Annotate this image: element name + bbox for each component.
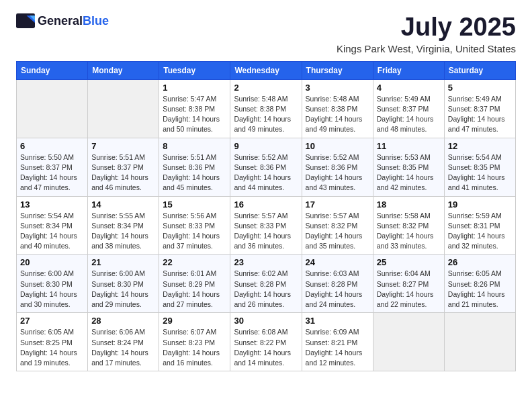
day-number: 25: [377, 257, 441, 267]
calendar-cell: 25Sunrise: 6:04 AM Sunset: 8:27 PM Dayli…: [373, 255, 444, 313]
calendar-cell: 28Sunrise: 6:06 AM Sunset: 8:24 PM Dayli…: [88, 313, 159, 371]
calendar-header-row: SundayMondayTuesdayWednesdayThursdayFrid…: [17, 61, 516, 79]
page-header: GeneralBlue July 2025 Kings Park West, V…: [16, 13, 516, 54]
calendar-cell: 11Sunrise: 5:53 AM Sunset: 8:35 PM Dayli…: [373, 138, 444, 196]
weekday-header-monday: Monday: [88, 61, 159, 79]
day-number: 11: [377, 141, 441, 151]
calendar-cell: 4Sunrise: 5:49 AM Sunset: 8:37 PM Daylig…: [373, 79, 444, 138]
calendar-cell: 18Sunrise: 5:58 AM Sunset: 8:32 PM Dayli…: [373, 196, 444, 255]
day-number: 15: [163, 199, 226, 210]
day-number: 22: [163, 257, 226, 267]
weekday-header-wednesday: Wednesday: [230, 61, 302, 79]
day-info: Sunrise: 5:52 AM Sunset: 8:36 PM Dayligh…: [306, 152, 369, 193]
day-info: Sunrise: 5:48 AM Sunset: 8:38 PM Dayligh…: [306, 94, 369, 135]
calendar-cell: 21Sunrise: 6:00 AM Sunset: 8:30 PM Dayli…: [88, 255, 159, 313]
calendar-cell: 26Sunrise: 6:05 AM Sunset: 8:26 PM Dayli…: [444, 255, 515, 313]
day-number: 4: [377, 83, 441, 93]
day-info: Sunrise: 6:04 AM Sunset: 8:27 PM Dayligh…: [377, 269, 441, 310]
calendar-cell: 23Sunrise: 6:02 AM Sunset: 8:28 PM Dayli…: [230, 255, 302, 313]
day-number: 23: [234, 257, 298, 267]
day-info: Sunrise: 6:00 AM Sunset: 8:30 PM Dayligh…: [20, 269, 84, 310]
day-number: 2: [234, 83, 298, 93]
day-number: 12: [448, 141, 512, 151]
day-info: Sunrise: 6:05 AM Sunset: 8:26 PM Dayligh…: [448, 269, 512, 310]
logo-icon: [16, 13, 35, 28]
day-info: Sunrise: 6:02 AM Sunset: 8:28 PM Dayligh…: [234, 269, 298, 310]
calendar-cell: [444, 313, 515, 371]
calendar-cell: 15Sunrise: 5:56 AM Sunset: 8:33 PM Dayli…: [159, 196, 230, 255]
calendar-cell: 24Sunrise: 6:03 AM Sunset: 8:28 PM Dayli…: [302, 255, 373, 313]
day-info: Sunrise: 6:07 AM Sunset: 8:23 PM Dayligh…: [163, 327, 226, 368]
day-number: 3: [306, 83, 369, 93]
calendar-cell: 19Sunrise: 5:59 AM Sunset: 8:31 PM Dayli…: [444, 196, 515, 255]
calendar-week-row: 13Sunrise: 5:54 AM Sunset: 8:34 PM Dayli…: [17, 196, 516, 255]
day-info: Sunrise: 6:01 AM Sunset: 8:29 PM Dayligh…: [163, 269, 226, 310]
day-info: Sunrise: 6:06 AM Sunset: 8:24 PM Dayligh…: [91, 327, 155, 368]
calendar-cell: 10Sunrise: 5:52 AM Sunset: 8:36 PM Dayli…: [302, 138, 373, 196]
day-info: Sunrise: 5:47 AM Sunset: 8:38 PM Dayligh…: [163, 94, 226, 135]
day-number: 7: [91, 141, 155, 151]
weekday-header-saturday: Saturday: [444, 61, 515, 79]
calendar-cell: 13Sunrise: 5:54 AM Sunset: 8:34 PM Dayli…: [17, 196, 88, 255]
day-number: 10: [306, 141, 369, 151]
calendar-week-row: 1Sunrise: 5:47 AM Sunset: 8:38 PM Daylig…: [17, 79, 516, 138]
day-info: Sunrise: 5:55 AM Sunset: 8:34 PM Dayligh…: [91, 211, 155, 252]
calendar-cell: 27Sunrise: 6:05 AM Sunset: 8:25 PM Dayli…: [17, 313, 88, 371]
day-info: Sunrise: 5:54 AM Sunset: 8:34 PM Dayligh…: [20, 211, 84, 252]
calendar-cell: 12Sunrise: 5:54 AM Sunset: 8:35 PM Dayli…: [444, 138, 515, 196]
day-info: Sunrise: 5:53 AM Sunset: 8:35 PM Dayligh…: [377, 152, 441, 193]
weekday-header-sunday: Sunday: [17, 61, 88, 79]
day-info: Sunrise: 5:50 AM Sunset: 8:37 PM Dayligh…: [20, 152, 84, 193]
day-number: 29: [163, 316, 226, 326]
day-number: 14: [91, 199, 155, 210]
weekday-header-thursday: Thursday: [302, 61, 373, 79]
calendar-cell: [373, 313, 444, 371]
weekday-header-friday: Friday: [373, 61, 444, 79]
day-info: Sunrise: 6:09 AM Sunset: 8:21 PM Dayligh…: [306, 327, 369, 368]
calendar-week-row: 6Sunrise: 5:50 AM Sunset: 8:37 PM Daylig…: [17, 138, 516, 196]
day-number: 28: [91, 316, 155, 326]
month-title: July 2025: [337, 13, 516, 42]
day-info: Sunrise: 5:57 AM Sunset: 8:32 PM Dayligh…: [306, 211, 369, 252]
calendar-cell: 8Sunrise: 5:51 AM Sunset: 8:36 PM Daylig…: [159, 138, 230, 196]
day-number: 18: [377, 199, 441, 210]
day-number: 6: [20, 141, 84, 151]
calendar-cell: [17, 79, 88, 138]
logo-blue: Blue: [83, 14, 109, 28]
day-info: Sunrise: 6:08 AM Sunset: 8:22 PM Dayligh…: [234, 327, 298, 368]
day-info: Sunrise: 5:49 AM Sunset: 8:37 PM Dayligh…: [448, 94, 512, 135]
calendar-cell: 16Sunrise: 5:57 AM Sunset: 8:33 PM Dayli…: [230, 196, 302, 255]
day-info: Sunrise: 5:51 AM Sunset: 8:36 PM Dayligh…: [163, 152, 226, 193]
day-number: 5: [448, 83, 512, 93]
calendar-cell: 7Sunrise: 5:51 AM Sunset: 8:37 PM Daylig…: [88, 138, 159, 196]
day-info: Sunrise: 6:00 AM Sunset: 8:30 PM Dayligh…: [91, 269, 155, 310]
calendar-cell: 14Sunrise: 5:55 AM Sunset: 8:34 PM Dayli…: [88, 196, 159, 255]
calendar-cell: 9Sunrise: 5:52 AM Sunset: 8:36 PM Daylig…: [230, 138, 302, 196]
day-number: 21: [91, 257, 155, 267]
day-info: Sunrise: 5:59 AM Sunset: 8:31 PM Dayligh…: [448, 211, 512, 252]
calendar-week-row: 27Sunrise: 6:05 AM Sunset: 8:25 PM Dayli…: [17, 313, 516, 371]
day-number: 27: [20, 316, 84, 326]
day-number: 24: [306, 257, 369, 267]
weekday-header-tuesday: Tuesday: [159, 61, 230, 79]
day-info: Sunrise: 5:58 AM Sunset: 8:32 PM Dayligh…: [377, 211, 441, 252]
title-area: July 2025 Kings Park West, Virginia, Uni…: [337, 13, 516, 54]
day-info: Sunrise: 5:48 AM Sunset: 8:38 PM Dayligh…: [234, 94, 298, 135]
calendar-cell: 22Sunrise: 6:01 AM Sunset: 8:29 PM Dayli…: [159, 255, 230, 313]
day-number: 26: [448, 257, 512, 267]
day-info: Sunrise: 5:54 AM Sunset: 8:35 PM Dayligh…: [448, 152, 512, 193]
calendar-cell: 6Sunrise: 5:50 AM Sunset: 8:37 PM Daylig…: [17, 138, 88, 196]
calendar-cell: 31Sunrise: 6:09 AM Sunset: 8:21 PM Dayli…: [302, 313, 373, 371]
calendar-cell: [88, 79, 159, 138]
day-info: Sunrise: 5:51 AM Sunset: 8:37 PM Dayligh…: [91, 152, 155, 193]
day-info: Sunrise: 6:05 AM Sunset: 8:25 PM Dayligh…: [20, 327, 84, 368]
calendar-cell: 30Sunrise: 6:08 AM Sunset: 8:22 PM Dayli…: [230, 313, 302, 371]
calendar-cell: 20Sunrise: 6:00 AM Sunset: 8:30 PM Dayli…: [17, 255, 88, 313]
day-number: 9: [234, 141, 298, 151]
day-number: 31: [306, 316, 369, 326]
calendar-table: SundayMondayTuesdayWednesdayThursdayFrid…: [16, 61, 516, 371]
calendar-cell: 2Sunrise: 5:48 AM Sunset: 8:38 PM Daylig…: [230, 79, 302, 138]
location-subtitle: Kings Park West, Virginia, United States: [337, 43, 516, 54]
day-info: Sunrise: 5:56 AM Sunset: 8:33 PM Dayligh…: [163, 211, 226, 252]
day-info: Sunrise: 5:57 AM Sunset: 8:33 PM Dayligh…: [234, 211, 298, 252]
